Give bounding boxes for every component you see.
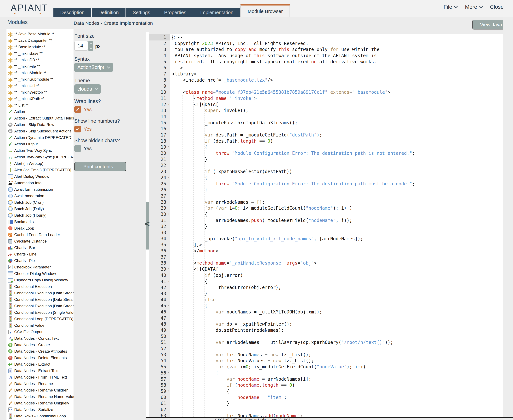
module-list-item[interactable]: CSV File Output [8, 329, 74, 335]
module-list-item[interactable]: ** _mixinXPath ** [8, 96, 74, 102]
module-list-item[interactable]: Await moderation [8, 193, 74, 199]
module-list-item[interactable]: Conditional Execution [Data Stream [8, 296, 74, 303]
code-line-23[interactable]: 23 if (_xpathHasSelector(destPath)) [149, 169, 503, 175]
module-list-item[interactable]: Data Nodes - Rename Children [8, 387, 74, 393]
module-list-item[interactable]: Batch Job (Hourly) [8, 212, 74, 218]
module-list-item[interactable]: Conditional Execution [Data Stream [8, 303, 74, 309]
module-list-item[interactable]: Action (Dynamic) DEPRECATED [8, 134, 74, 141]
module-list-item[interactable]: Data Nodes - Rename Uniquely [8, 400, 74, 406]
code-line-25[interactable]: 25 throw "Module Configuration Error: Th… [149, 181, 503, 187]
tab-description[interactable]: Description [53, 8, 92, 17]
tab-implementation[interactable]: Implementation [193, 8, 241, 17]
fold-icon[interactable]: ▾ [168, 211, 170, 217]
code-line-33[interactable]: 33 [149, 230, 503, 236]
code-line-29[interactable]: 29 for (var i=0; i<_moduleGetFieldCount(… [149, 205, 503, 211]
code-line-54[interactable]: 54 var listNodeValues = new lz._List(); [149, 358, 503, 364]
module-list-item[interactable]: Action Two-Way Sync [8, 147, 74, 154]
code-line-20[interactable]: 20 throw "Module Configuration Error: Th… [149, 150, 503, 156]
fold-icon[interactable]: ▾ [168, 370, 170, 376]
module-list-item[interactable]: ** _mixinSubmodule ** [8, 76, 74, 82]
code-line-52[interactable]: 52 [149, 345, 503, 352]
module-list-item[interactable]: Data Nodes - Delete Elements [8, 355, 74, 361]
module-list-item[interactable]: ** _mixinModule ** [8, 70, 74, 76]
code-line-43[interactable]: 43 } [149, 291, 503, 297]
module-list-item[interactable]: Batch Job (Daily) [8, 206, 74, 212]
module-list-item[interactable]: Alert (via Email) [DEPRECATED] [8, 167, 74, 173]
code-line-3[interactable]: 3 You are authorized to copy and modify … [149, 46, 503, 53]
module-list-item[interactable]: Clipboard Copy Dialog Window [8, 277, 74, 283]
fold-icon[interactable]: ▾ [168, 388, 170, 394]
close-button[interactable]: Close [490, 4, 504, 10]
module-list-item[interactable]: Charts - Bar [8, 245, 74, 251]
code-line-57[interactable]: 57 var nodeName = arrNodeNames[i]; [149, 376, 503, 382]
code-line-61[interactable]: 61 } [149, 400, 503, 406]
fold-icon[interactable]: ▾ [168, 278, 170, 284]
code-line-38[interactable]: 38 <method name="_apiHandleResponse" arg… [149, 260, 503, 266]
module-list-item[interactable]: Action [8, 108, 74, 115]
code-line-13[interactable]: 13 super._invoke(); [149, 107, 503, 114]
code-line-31[interactable]: 31 arrNodeNames.push(_moduleGetField("no… [149, 218, 503, 224]
module-list-item[interactable]: Data Nodes - Extract Text [8, 368, 74, 374]
font-size-input[interactable] [74, 41, 88, 51]
tab-properties[interactable]: Properties [157, 8, 194, 17]
code-line-26[interactable]: 26 } [149, 187, 503, 193]
fold-icon[interactable]: ▾ [168, 101, 170, 107]
code-line-28[interactable]: 28 var arrNodeNames = []; [149, 199, 503, 205]
module-list-item[interactable]: Batch Job (Cron) [8, 199, 74, 206]
module-list-item[interactable]: Bookmarks [8, 218, 74, 225]
module-list-item[interactable]: Conditional Execution [Data Stream [8, 290, 74, 296]
tab-definition[interactable]: Definition [92, 8, 126, 17]
theme-dropdown[interactable]: clouds [74, 84, 101, 94]
module-list-item[interactable]: Action - Skip Data Row [8, 121, 74, 128]
module-list-item[interactable]: Action Two-Way Sync (DEPRECATED [8, 154, 74, 160]
code-line-22[interactable]: 22 [149, 162, 503, 169]
module-list-item[interactable]: Conditional Execution [8, 283, 74, 290]
code-line-56[interactable]: 56▾ { [149, 370, 503, 376]
module-list-item[interactable]: Conditional Execution [Single Value [8, 309, 74, 316]
module-list-item[interactable]: Data Nodes - Rename [8, 381, 74, 387]
code-line-47[interactable]: 47 [149, 315, 503, 321]
code-line-8[interactable]: 8 <include href="_basemodule.lzx"/> [149, 77, 503, 83]
code-line-34[interactable]: 34 _apiInvoke("api_to_valid_xml_node_nam… [149, 236, 503, 242]
module-list-item[interactable]: Alert Dialog Window [8, 173, 74, 180]
module-list-item[interactable]: ** List ** [8, 102, 74, 108]
module-list-item[interactable]: ** Java Datapointer ** [8, 37, 74, 44]
module-list-item[interactable]: Data Nodes - Concat Text [8, 335, 74, 342]
code-line-42[interactable]: 42 _threadError(obj.error); [149, 285, 503, 291]
code-line-44[interactable]: 44 else [149, 297, 503, 303]
code-line-32[interactable]: 32 } [149, 224, 503, 230]
wrap-lines-checkbox[interactable] [74, 106, 81, 113]
code-line-40[interactable]: 40 if (obj.error) [149, 272, 503, 278]
module-list-item[interactable]: Data Nodes - Create Attributes [8, 348, 74, 355]
code-line-39[interactable]: 39▾ <![CDATA[ [149, 266, 503, 272]
code-line-30[interactable]: 30▾ { [149, 211, 503, 218]
code-line-27[interactable]: 27 [149, 193, 503, 199]
module-list-item[interactable]: Data Nodes - From HTML Text [8, 374, 74, 381]
code-line-11[interactable]: 11 <method name="_invoke"> [149, 95, 503, 102]
code-line-36[interactable]: 36 </method> [149, 248, 503, 254]
code-line-17[interactable]: 17 var destPath = _moduleGetField("destP… [149, 132, 503, 138]
code-line-53[interactable]: 53 var listNodeNames = new lz._List(); [149, 352, 503, 358]
module-list-item[interactable]: Conditional Value [8, 322, 74, 329]
module-list-item[interactable]: Data Nodes - Rename Name-Value [8, 393, 74, 400]
code-line-7[interactable]: 7<library> [149, 71, 503, 77]
module-list-item[interactable]: Await form submission [8, 186, 74, 193]
module-list-item[interactable]: ** _mixinDB ** [8, 57, 74, 63]
code-line-5[interactable]: 5 restricted. This copyright must appear… [149, 59, 503, 65]
fold-icon[interactable]: ▾ [168, 144, 170, 150]
module-list-item[interactable]: ** _mixinUtil ** [8, 82, 74, 89]
module-list-item[interactable]: ** Java Base Module ** [8, 31, 74, 37]
collapse-panel-icon[interactable] [144, 220, 150, 227]
code-line-16[interactable]: 16 [149, 126, 503, 132]
module-list-item[interactable]: Cached Feed Data Loader [8, 232, 74, 238]
module-list-item[interactable]: Action - Skip Subsequent Actions [8, 128, 74, 134]
module-list-item[interactable]: Conditional Loop (DEPRECATED) [8, 316, 74, 322]
code-line-63[interactable]: 63 listNodeNames.add(nodeName); [149, 413, 503, 417]
module-list-item[interactable]: Charts - Pie [8, 257, 74, 264]
code-line-58[interactable]: 58 if (nodeName.length == 0) [149, 382, 503, 388]
code-line-9[interactable]: 9 [149, 83, 503, 89]
module-list-item[interactable]: Data Nodes - Serialize [8, 406, 74, 413]
code-line-37[interactable]: 37 [149, 254, 503, 260]
tab-module-browser[interactable]: Module Browser [241, 4, 290, 17]
code-line-49[interactable]: 49 dp.setPointer(nodeNames); [149, 327, 503, 333]
